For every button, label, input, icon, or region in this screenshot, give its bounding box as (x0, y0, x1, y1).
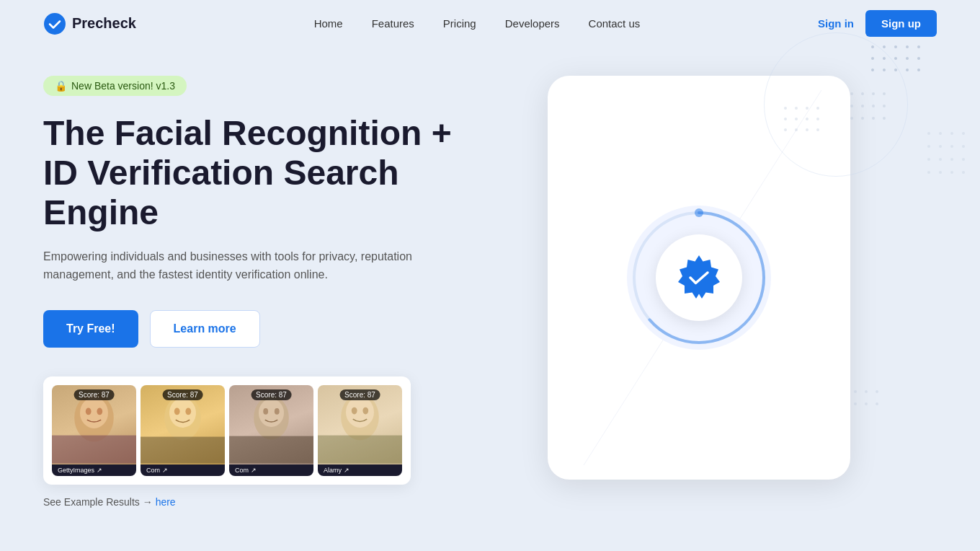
nav-auth: Sign in Sign up (818, 10, 937, 37)
svg-rect-10 (141, 436, 225, 463)
result-card-1: Score: 87 GettyImages ↗ (52, 385, 136, 476)
lock-icon: 🔒 (55, 80, 67, 92)
logo-text: Precheck (72, 15, 136, 32)
svg-point-4 (97, 407, 102, 415)
beta-badge: 🔒 New Beta version! v1.3 (43, 76, 187, 96)
svg-point-14 (275, 408, 280, 415)
signin-button[interactable]: Sign in (818, 17, 854, 30)
try-free-button[interactable]: Try Free! (43, 310, 138, 348)
svg-rect-20 (318, 435, 402, 463)
source-4: Alamy ↗ (318, 464, 402, 476)
learn-more-button[interactable]: Learn more (150, 310, 260, 348)
progress-arc (627, 206, 771, 350)
beta-text: New Beta version! v1.3 (71, 80, 175, 92)
score-badge-2: Score: 87 (162, 389, 203, 400)
example-results-text: See Example Results → here (43, 496, 519, 508)
score-badge-1: Score: 87 (74, 389, 115, 400)
source-3: Com ↗ (229, 464, 313, 476)
result-card-3: Score: 87 Com ↗ (229, 385, 313, 476)
svg-rect-15 (229, 436, 313, 463)
dots-outside-br (852, 388, 879, 407)
result-card-4: Score: 87 Alamy ↗ (318, 385, 402, 476)
nav-contact[interactable]: Contact us (589, 17, 641, 30)
hero-subtitle: Empowering individuals and businesses wi… (43, 247, 447, 284)
svg-point-24 (695, 208, 703, 217)
svg-rect-5 (52, 435, 136, 463)
svg-point-12 (259, 399, 284, 427)
verify-outer-circle (627, 206, 771, 350)
svg-point-0 (44, 13, 66, 35)
logo-link[interactable]: Precheck (43, 12, 136, 35)
image-grid: Score: 87 GettyImages ↗ (52, 385, 402, 476)
svg-point-9 (185, 407, 191, 415)
mockup-dots-tr (782, 105, 821, 133)
nav-links: Home Features Pricing Developers Contact… (314, 17, 641, 30)
svg-point-18 (352, 407, 357, 414)
signup-button[interactable]: Sign up (865, 10, 937, 37)
navbar: Precheck Home Features Pricing Developer… (0, 0, 980, 47)
nav-home[interactable]: Home (314, 17, 343, 30)
score-badge-4: Score: 87 (339, 389, 380, 400)
nav-features[interactable]: Features (372, 17, 414, 30)
example-results-link[interactable]: here (156, 496, 176, 508)
svg-point-7 (169, 398, 196, 428)
hero-right (548, 76, 865, 480)
svg-point-2 (80, 397, 108, 428)
hero-title: The Facial Recognition + ID Verification… (43, 113, 519, 233)
svg-point-17 (346, 397, 374, 428)
svg-point-13 (263, 408, 268, 415)
device-mockup (548, 76, 850, 480)
hero-left: 🔒 New Beta version! v1.3 The Facial Reco… (43, 76, 519, 508)
source-2: Com ↗ (141, 464, 225, 476)
svg-point-8 (174, 407, 180, 415)
score-badge-3: Score: 87 (251, 389, 292, 400)
hero-section: 🔒 New Beta version! v1.3 The Facial Reco… (0, 47, 980, 522)
source-1: GettyImages ↗ (52, 464, 136, 476)
results-preview: Score: 87 GettyImages ↗ (43, 376, 411, 485)
hero-buttons: Try Free! Learn more (43, 310, 519, 348)
nav-pricing[interactable]: Pricing (443, 17, 476, 30)
result-card-2: Score: 87 Com ↗ (141, 385, 225, 476)
dots-outside-tr (848, 90, 886, 122)
nav-developers[interactable]: Developers (505, 17, 560, 30)
logo-icon (43, 12, 66, 35)
svg-point-19 (362, 407, 368, 414)
svg-point-3 (86, 407, 92, 415)
